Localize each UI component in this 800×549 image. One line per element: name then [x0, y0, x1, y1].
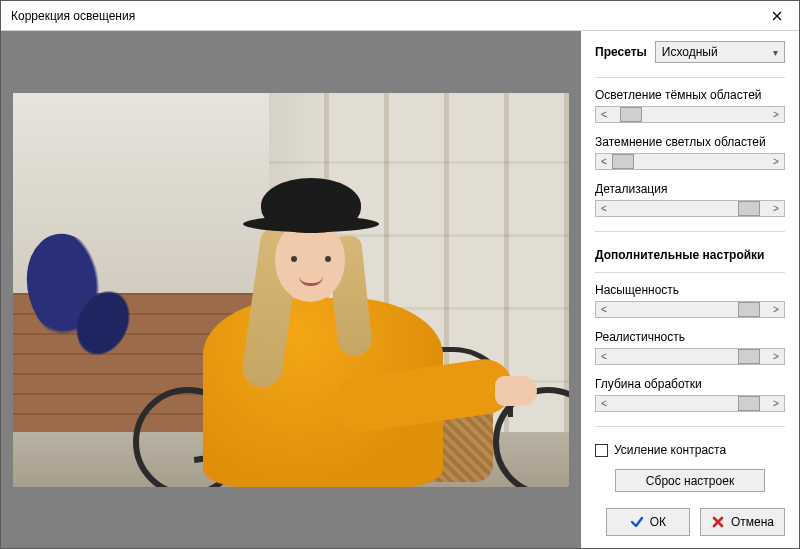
darken-highlights-label: Затемнение светлых областей	[595, 135, 785, 149]
arrow-right-icon: >	[768, 154, 784, 169]
fill-light-slider[interactable]: < >	[595, 106, 785, 123]
presets-selected: Исходный	[662, 45, 718, 59]
depth-slider[interactable]: < >	[595, 395, 785, 412]
reset-button[interactable]: Сброс настроек	[615, 469, 765, 492]
realism-label: Реалистичность	[595, 330, 785, 344]
arrow-right-icon: >	[768, 396, 784, 411]
cancel-button[interactable]: Отмена	[700, 508, 785, 536]
presets-label: Пресеты	[595, 45, 647, 59]
cancel-icon	[711, 515, 725, 529]
contrast-boost-label: Усиление контраста	[614, 443, 726, 457]
arrow-left-icon: <	[596, 349, 612, 364]
detail-label: Детализация	[595, 182, 785, 196]
realism-slider[interactable]: < >	[595, 348, 785, 365]
arrow-right-icon: >	[768, 302, 784, 317]
saturation-slider[interactable]: < >	[595, 301, 785, 318]
saturation-label: Насыщенность	[595, 283, 785, 297]
separator	[595, 272, 785, 273]
controls-panel: Пресеты Исходный ▾ Осветление тёмных обл…	[581, 31, 799, 548]
contrast-boost-checkbox[interactable]: Усиление контраста	[595, 443, 785, 457]
close-button[interactable]	[754, 1, 799, 31]
titlebar: Коррекция освещения	[1, 1, 799, 31]
depth-label: Глубина обработки	[595, 377, 785, 391]
arrow-left-icon: <	[596, 107, 612, 122]
fill-light-label: Осветление тёмных областей	[595, 88, 785, 102]
arrow-left-icon: <	[596, 302, 612, 317]
reset-label: Сброс настроек	[646, 474, 734, 488]
presets-select[interactable]: Исходный ▾	[655, 41, 785, 63]
arrow-left-icon: <	[596, 201, 612, 216]
separator	[595, 231, 785, 232]
arrow-right-icon: >	[768, 107, 784, 122]
check-icon	[630, 515, 644, 529]
checkbox-icon	[595, 444, 608, 457]
arrow-left-icon: <	[596, 154, 612, 169]
arrow-right-icon: >	[768, 201, 784, 216]
ok-label: ОК	[650, 515, 666, 529]
separator	[595, 426, 785, 427]
preview-image	[13, 93, 569, 487]
window-title: Коррекция освещения	[11, 9, 135, 23]
detail-slider[interactable]: < >	[595, 200, 785, 217]
arrow-left-icon: <	[596, 396, 612, 411]
preview-pane	[1, 31, 581, 548]
arrow-right-icon: >	[768, 349, 784, 364]
ok-button[interactable]: ОК	[606, 508, 690, 536]
cancel-label: Отмена	[731, 515, 774, 529]
darken-highlights-slider[interactable]: < >	[595, 153, 785, 170]
separator	[595, 77, 785, 78]
close-icon	[772, 11, 782, 21]
advanced-title: Дополнительные настройки	[595, 248, 785, 262]
chevron-down-icon: ▾	[773, 47, 778, 58]
